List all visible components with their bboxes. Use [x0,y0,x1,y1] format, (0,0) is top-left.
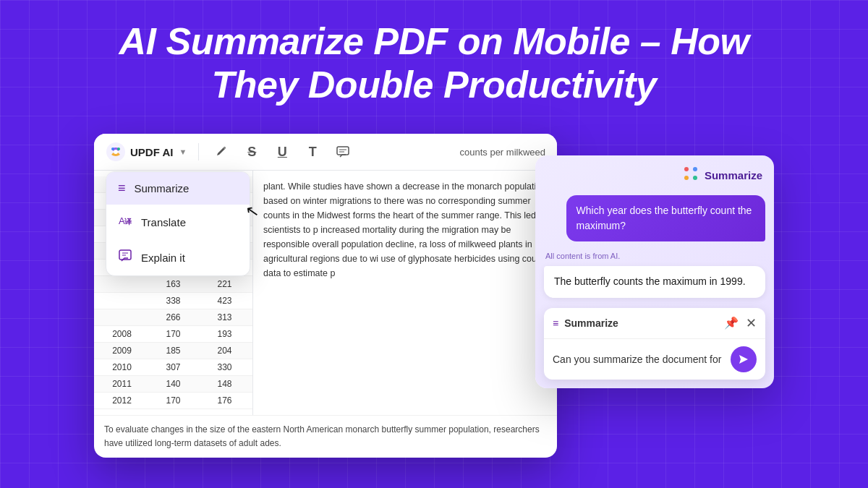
table-row: 2009185204 [94,343,252,359]
tool-strikethrough[interactable]: S [241,141,263,163]
dropdown-item-translate[interactable]: A译 Translate [106,205,250,240]
svg-point-1 [114,150,118,154]
ui-container: UPDF AI ▼ S U T counts per milkweed [94,134,774,474]
svg-point-16 [693,176,697,180]
table-cell-col2: 313 [197,309,252,326]
svg-point-3 [117,147,120,150]
pdf-paragraph-1: plant. While studies have shown a decrea… [263,179,547,281]
chat-panel: Summarize Which year does the butterfly … [535,155,774,388]
table-row: 338423 [94,293,252,309]
svg-point-2 [111,147,114,150]
table-cell-col1: 307 [150,359,197,376]
svg-point-13 [684,167,689,171]
table-cell-col2: 193 [197,326,252,343]
table-cell-col1: 140 [150,376,197,393]
updf-logo-icon [106,142,126,162]
pdf-bottom-text: To evaluate changes in the size of the e… [94,415,557,458]
table-cell-year: 2010 [94,359,150,376]
table-cell-col2: 204 [197,343,252,359]
summarize-box-actions: 📌 ✕ [724,315,757,331]
tool-underline[interactable]: U [271,141,293,163]
table-row: 2010307330 [94,359,252,376]
pdf-text-content: plant. While studies have shown a decrea… [253,171,557,415]
translate-label: Translate [141,216,186,228]
tool-comment[interactable] [332,141,354,163]
title-section: AI Summarize PDF on Mobile – How They Do… [0,20,868,107]
table-row: 266313 [94,309,252,326]
summarize-box-icon: ≡ [553,317,558,329]
tool-text[interactable]: T [302,141,323,163]
toolbar-separator [198,143,199,160]
table-row: 2008170193 [94,326,252,343]
svg-text:译: 译 [124,218,132,226]
table-cell-col2: 330 [197,359,252,376]
table-cell-col2: 176 [197,393,252,409]
explain-icon [118,249,132,267]
page-title: AI Summarize PDF on Mobile – How They Do… [0,20,868,107]
ai-disclaimer: All content is from AI. [544,252,765,260]
table-row: 2012170176 [94,393,252,409]
dropdown-item-explain[interactable]: Explain it [106,240,250,275]
dropdown-item-summarize[interactable]: ≡ Summarize [106,172,250,205]
table-cell-col1: 338 [150,293,197,309]
summarize-box: ≡ Summarize 📌 ✕ [544,308,765,380]
table-cell-col1: 163 [150,276,197,293]
app-logo[interactable]: UPDF AI ▼ [106,142,187,162]
summarize-label: Summarize [135,182,190,194]
translate-icon: A译 [118,213,132,231]
tool-highlight[interactable] [210,141,232,163]
summarize-box-title: ≡ Summarize [553,317,618,329]
ai-response: The butterfly counts the maximum in 1999… [544,266,765,298]
chat-header: Summarize [535,155,774,195]
table-cell-year [94,293,150,309]
table-cell-col2: 423 [197,293,252,309]
table-cell-col2: 148 [197,376,252,393]
summarize-input-row [544,339,765,380]
pin-icon[interactable]: 📌 [724,316,739,330]
send-button[interactable] [731,346,757,372]
explain-label: Explain it [141,252,185,264]
toolbar: UPDF AI ▼ S U T counts per milkweed [94,134,557,171]
svg-rect-5 [337,147,349,155]
svg-point-14 [693,167,697,171]
table-cell-col1: 266 [150,309,197,326]
table-row: 2011140148 [94,376,252,393]
sparkle-icon [683,166,699,185]
svg-point-15 [684,176,689,180]
table-cell-year [94,276,150,293]
chat-header-label: Summarize [705,169,762,181]
table-cell-col1: 185 [150,343,197,359]
table-cell-year: 2012 [94,393,150,409]
chat-body: Which year does the butterfly count the … [535,195,774,388]
table-cell-col2: 221 [197,276,252,293]
table-cell-year [94,309,150,326]
pdf-viewer-card: UPDF AI ▼ S U T counts per milkweed [94,134,557,458]
table-cell-col1: 170 [150,393,197,409]
table-cell-year: 2009 [94,343,150,359]
table-cell-col1: 170 [150,326,197,343]
user-message: Which year does the butterfly count the … [566,195,765,241]
toolbar-text-preview: counts per milkweed [460,147,546,158]
summarize-input[interactable] [553,354,725,365]
summarize-box-header: ≡ Summarize 📌 ✕ [544,308,765,339]
close-icon[interactable]: ✕ [746,315,757,331]
summarize-icon: ≡ [118,181,126,196]
dropdown-menu: ≡ Summarize A译 Translate Explain it [106,171,250,276]
table-cell-year: 2008 [94,326,150,343]
table-cell-year: 2011 [94,376,150,393]
table-row: 163221 [94,276,252,293]
